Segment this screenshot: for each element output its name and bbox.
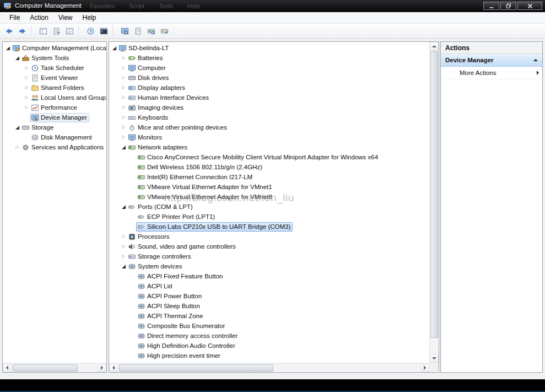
tree-item[interactable]: ▷Performance bbox=[3, 103, 106, 112]
collapse-icon[interactable]: ◢ bbox=[121, 261, 127, 271]
expand-icon[interactable]: ▷ bbox=[121, 53, 127, 63]
help-button[interactable]: ? bbox=[84, 25, 97, 37]
expand-icon[interactable]: ▷ bbox=[24, 103, 30, 112]
actions-device-manager[interactable]: Device Manager bbox=[441, 54, 542, 67]
collapse-icon[interactable] bbox=[533, 59, 538, 61]
expand-icon[interactable]: ▷ bbox=[14, 142, 20, 152]
tree-item[interactable]: Cisco AnyConnect Secure Mobility Client … bbox=[109, 152, 429, 162]
scroll-right-button[interactable] bbox=[98, 364, 106, 372]
expand-icon[interactable]: ▷ bbox=[121, 251, 127, 261]
export-list-button[interactable] bbox=[50, 25, 63, 37]
expand-icon[interactable]: ▷ bbox=[121, 241, 127, 251]
tree-item[interactable]: ▷Imaging devices bbox=[109, 103, 429, 112]
back-button[interactable] bbox=[3, 25, 15, 37]
collapse-icon[interactable]: ◢ bbox=[121, 142, 127, 152]
expand-icon[interactable]: ▷ bbox=[121, 122, 127, 132]
tree-item[interactable]: ▷Monitors bbox=[109, 132, 429, 142]
scroll-thumb[interactable] bbox=[13, 364, 78, 372]
properties-button[interactable] bbox=[158, 25, 171, 37]
tree-item[interactable]: ◢SD-belinda-LT bbox=[109, 43, 429, 53]
scroll-down-button[interactable] bbox=[430, 354, 439, 363]
tree-item[interactable]: Intel(R) Ethernet Connection I217-LM bbox=[109, 172, 429, 182]
forward-button[interactable] bbox=[16, 25, 29, 37]
tree-item[interactable]: ACPI Fixed Feature Button bbox=[109, 271, 429, 281]
tree-item[interactable]: ▷Storage controllers bbox=[109, 251, 429, 261]
tree-item[interactable]: ▷Processors bbox=[109, 232, 429, 241]
expand-icon[interactable]: ▷ bbox=[121, 132, 127, 142]
tree-item[interactable]: Composite Bus Enumerator bbox=[109, 321, 429, 331]
tree-item[interactable]: ACPI Sleep Button bbox=[109, 301, 429, 311]
collapse-icon[interactable]: ◢ bbox=[14, 122, 20, 132]
collapse-icon[interactable]: ◢ bbox=[14, 53, 20, 63]
expand-icon[interactable]: ▷ bbox=[24, 73, 30, 83]
scroll-up-button[interactable] bbox=[430, 42, 439, 51]
scan-hardware-changes-button[interactable] bbox=[118, 25, 131, 37]
console-window-button[interactable] bbox=[98, 25, 110, 37]
restore-button[interactable] bbox=[500, 2, 516, 10]
collapse-icon[interactable]: ◢ bbox=[121, 202, 127, 212]
expand-icon[interactable]: ▷ bbox=[121, 93, 127, 103]
page-button[interactable] bbox=[132, 25, 144, 37]
menu-help[interactable]: Help bbox=[78, 13, 101, 23]
tree-item[interactable]: ECP Printer Port (LPT1) bbox=[109, 212, 429, 222]
console-tree-hscrollbar[interactable] bbox=[3, 363, 106, 372]
collapse-icon[interactable]: ◢ bbox=[111, 43, 117, 53]
tree-item[interactable]: ▷Shared Folders bbox=[3, 83, 106, 93]
tree-item[interactable]: High precision event timer bbox=[109, 351, 429, 361]
tree-item[interactable]: ◢System Tools bbox=[3, 53, 106, 63]
tree-item[interactable]: ▷Batteries bbox=[109, 53, 429, 63]
expand-icon[interactable]: ▷ bbox=[121, 83, 127, 93]
search-device-button[interactable] bbox=[145, 25, 158, 37]
show-hide-console-tree-button[interactable] bbox=[37, 25, 50, 37]
collapse-icon[interactable]: ◢ bbox=[5, 43, 11, 53]
tree-item[interactable]: ◢System devices bbox=[109, 261, 429, 271]
tree-item[interactable]: ▷Disk drives bbox=[109, 73, 429, 83]
tree-item[interactable]: ◢Storage bbox=[3, 122, 106, 132]
tree-item[interactable]: High Definition Audio Controller bbox=[109, 341, 429, 351]
expand-icon[interactable]: ▷ bbox=[121, 112, 127, 122]
scroll-track[interactable] bbox=[12, 364, 98, 372]
expand-icon[interactable]: ▷ bbox=[121, 73, 127, 83]
chevron-right-icon[interactable] bbox=[537, 71, 539, 75]
tree-item[interactable]: VMware Virtual Ethernet Adapter for VMne… bbox=[109, 182, 429, 192]
tree-item[interactable]: Direct memory access controller bbox=[109, 331, 429, 341]
window-button[interactable] bbox=[63, 25, 76, 37]
tree-item[interactable]: ▷Event Viewer bbox=[3, 73, 106, 83]
tree-item[interactable]: Device Manager bbox=[3, 112, 106, 122]
expand-icon[interactable]: ▷ bbox=[121, 232, 127, 241]
tree-item[interactable]: ▷Human Interface Devices bbox=[109, 93, 429, 103]
menu-file[interactable]: File bbox=[4, 13, 25, 23]
scroll-right-button[interactable] bbox=[420, 364, 429, 372]
tree-item[interactable]: ▷Local Users and Groups bbox=[3, 93, 106, 103]
expand-icon[interactable]: ▷ bbox=[24, 93, 30, 103]
scroll-thumb[interactable] bbox=[119, 364, 273, 372]
tree-item[interactable]: ◢Network adapters bbox=[109, 142, 429, 152]
tree-item[interactable]: Silicon Labs CP210x USB to UART Bridge (… bbox=[109, 222, 429, 232]
expand-icon[interactable]: ▷ bbox=[121, 103, 127, 112]
minimize-button[interactable] bbox=[483, 2, 499, 10]
tree-item[interactable]: ▷Keyboards bbox=[109, 112, 429, 122]
expand-icon[interactable]: ▷ bbox=[121, 63, 127, 73]
scroll-track[interactable] bbox=[118, 364, 420, 372]
expand-icon[interactable]: ▷ bbox=[24, 83, 30, 93]
expand-icon[interactable]: ▷ bbox=[24, 63, 30, 73]
scroll-thumb[interactable] bbox=[430, 51, 438, 338]
device-tree-vscrollbar[interactable] bbox=[429, 42, 439, 363]
tree-item[interactable]: ▷Task Scheduler bbox=[3, 63, 106, 73]
tree-item[interactable]: ▷Display adapters bbox=[109, 83, 429, 93]
tree-item[interactable]: ACPI Thermal Zone bbox=[109, 311, 429, 321]
menu-action[interactable]: Action bbox=[25, 13, 53, 23]
tree-item[interactable]: ACPI Lid bbox=[109, 281, 429, 291]
tree-item[interactable]: Disk Management bbox=[3, 132, 106, 142]
tree-item[interactable]: ▷Computer bbox=[109, 63, 429, 73]
scroll-left-button[interactable] bbox=[3, 364, 12, 372]
close-button[interactable] bbox=[517, 2, 542, 10]
tree-item[interactable]: ▷Services and Applications bbox=[3, 142, 106, 152]
tree-item[interactable]: ▷Mice and other pointing devices bbox=[109, 122, 429, 132]
tree-item[interactable]: ▷Sound, video and game controllers bbox=[109, 241, 429, 251]
tree-item[interactable]: ◢Computer Management (Local bbox=[3, 43, 106, 53]
tree-item[interactable]: Dell Wireless 1506 802.11b/g/n (2.4GHz) bbox=[109, 162, 429, 172]
menu-view[interactable]: View bbox=[53, 13, 78, 23]
tree-item[interactable]: ACPI Power Button bbox=[109, 291, 429, 301]
device-tree-hscrollbar[interactable] bbox=[109, 363, 429, 372]
